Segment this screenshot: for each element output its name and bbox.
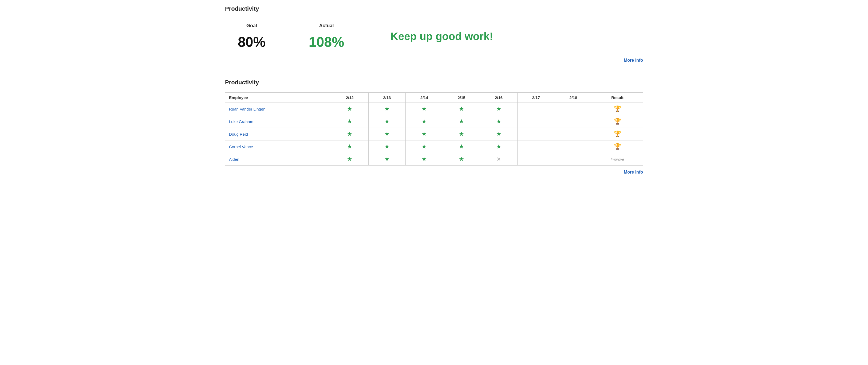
col-header-employee: Employee <box>225 93 331 103</box>
trophy-icon: 🏆 <box>614 130 621 137</box>
day-cell <box>517 115 555 128</box>
actual-block: Actual 108% <box>300 23 353 50</box>
star-icon: ★ <box>347 105 352 112</box>
employee-cell: Aiden <box>225 153 331 165</box>
star-icon: ★ <box>496 105 501 112</box>
day-cell: ✕ <box>480 153 518 165</box>
employee-link[interactable]: Ruan Vander Lingen <box>229 107 266 111</box>
col-header-212: 2/12 <box>331 93 368 103</box>
employee-cell: Luke Graham <box>225 115 331 128</box>
day-cell: ★ <box>331 128 368 141</box>
day-cell: ★ <box>443 153 480 165</box>
day-cell: ★ <box>368 141 406 153</box>
star-icon: ★ <box>422 105 427 112</box>
day-cell: ★ <box>406 141 443 153</box>
day-cell <box>517 128 555 141</box>
employee-link[interactable]: Doug Reid <box>229 132 248 136</box>
star-icon: ★ <box>347 143 352 150</box>
motivational-message: Keep up good work! <box>391 30 493 42</box>
col-header-213: 2/13 <box>368 93 406 103</box>
star-icon: ★ <box>496 143 501 150</box>
day-cell <box>555 115 592 128</box>
goal-value: 80% <box>225 34 278 50</box>
top-more-info-container: More info <box>225 55 643 68</box>
employee-cell: Cornel Vance <box>225 141 331 153</box>
result-cell: 🏆 <box>592 115 643 128</box>
top-section: Productivity Goal 80% Actual 108% Keep u… <box>225 5 643 68</box>
day-cell: ★ <box>443 141 480 153</box>
star-icon: ★ <box>422 143 427 150</box>
x-mark-icon: ✕ <box>496 156 501 162</box>
day-cell: ★ <box>368 153 406 165</box>
day-cell: ★ <box>331 115 368 128</box>
result-cell: 🏆 <box>592 128 643 141</box>
trophy-icon: 🏆 <box>614 105 621 112</box>
bottom-more-info-container: More info <box>225 165 643 177</box>
bottom-section: Productivity Employee 2/12 2/13 2/14 2/1… <box>225 79 643 177</box>
improve-text: Improve <box>611 157 624 161</box>
table-row: Aiden★★★★✕Improve <box>225 153 643 165</box>
col-header-result: Result <box>592 93 643 103</box>
day-cell <box>555 128 592 141</box>
star-icon: ★ <box>459 130 464 137</box>
star-icon: ★ <box>384 130 390 137</box>
col-header-218: 2/18 <box>555 93 592 103</box>
day-cell: ★ <box>480 103 518 115</box>
star-icon: ★ <box>384 105 390 112</box>
actual-label: Actual <box>300 23 353 29</box>
day-cell <box>517 153 555 165</box>
col-header-216: 2/16 <box>480 93 518 103</box>
star-icon: ★ <box>347 130 352 137</box>
day-cell: ★ <box>406 128 443 141</box>
day-cell: ★ <box>368 115 406 128</box>
employee-link[interactable]: Luke Graham <box>229 119 253 124</box>
top-section-title: Productivity <box>225 5 643 12</box>
col-header-217: 2/17 <box>517 93 555 103</box>
goal-label: Goal <box>225 23 278 29</box>
star-icon: ★ <box>384 143 390 150</box>
actual-value: 108% <box>300 34 353 50</box>
employee-cell: Doug Reid <box>225 128 331 141</box>
day-cell: ★ <box>331 153 368 165</box>
col-header-214: 2/14 <box>406 93 443 103</box>
star-icon: ★ <box>459 105 464 112</box>
employee-link[interactable]: Cornel Vance <box>229 145 253 149</box>
day-cell <box>555 103 592 115</box>
day-cell <box>517 103 555 115</box>
table-row: Doug Reid★★★★★🏆 <box>225 128 643 141</box>
star-icon: ★ <box>422 156 427 162</box>
day-cell <box>555 141 592 153</box>
star-icon: ★ <box>496 118 501 125</box>
goal-block: Goal 80% <box>225 23 278 50</box>
star-icon: ★ <box>347 156 352 162</box>
bottom-more-info-link[interactable]: More info <box>624 170 643 175</box>
day-cell: ★ <box>480 128 518 141</box>
trophy-icon: 🏆 <box>614 118 621 125</box>
star-icon: ★ <box>459 118 464 125</box>
day-cell: ★ <box>368 128 406 141</box>
result-cell: 🏆 <box>592 141 643 153</box>
star-icon: ★ <box>384 118 390 125</box>
trophy-icon: 🏆 <box>614 143 621 150</box>
day-cell: ★ <box>406 103 443 115</box>
top-more-info-link[interactable]: More info <box>624 58 643 63</box>
table-row: Ruan Vander Lingen★★★★★🏆 <box>225 103 643 115</box>
day-cell: ★ <box>480 115 518 128</box>
day-cell <box>517 141 555 153</box>
day-cell: ★ <box>368 103 406 115</box>
table-row: Cornel Vance★★★★★🏆 <box>225 141 643 153</box>
star-icon: ★ <box>422 118 427 125</box>
result-cell: 🏆 <box>592 103 643 115</box>
col-header-215: 2/15 <box>443 93 480 103</box>
section-divider <box>225 71 643 71</box>
employee-cell: Ruan Vander Lingen <box>225 103 331 115</box>
day-cell: ★ <box>443 128 480 141</box>
employee-link[interactable]: Aiden <box>229 157 239 161</box>
star-icon: ★ <box>459 156 464 162</box>
star-icon: ★ <box>384 156 390 162</box>
star-icon: ★ <box>422 130 427 137</box>
star-icon: ★ <box>347 118 352 125</box>
table-header-row: Employee 2/12 2/13 2/14 2/15 2/16 2/17 2… <box>225 93 643 103</box>
result-cell: Improve <box>592 153 643 165</box>
table-row: Luke Graham★★★★★🏆 <box>225 115 643 128</box>
